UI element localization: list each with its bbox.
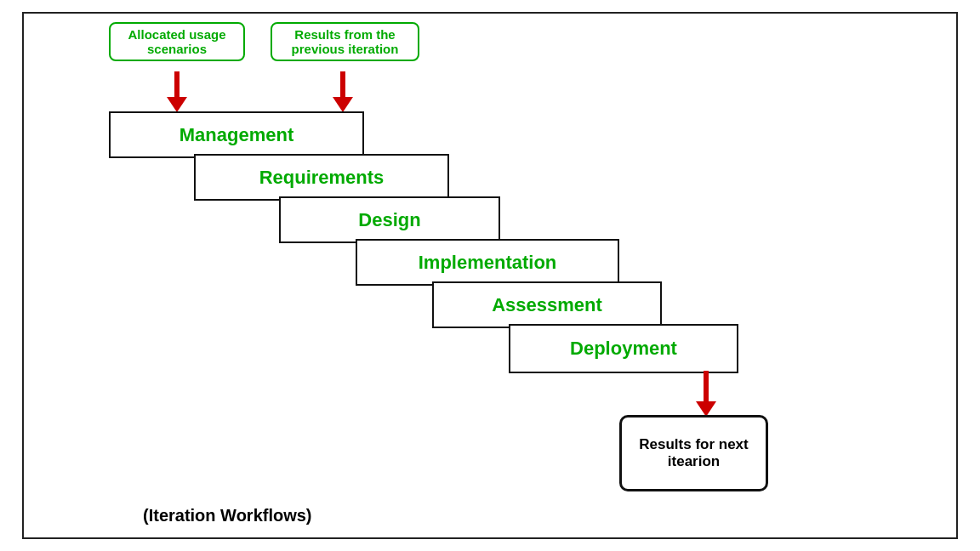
result-next-label: Results for next itearion — [629, 436, 759, 470]
step-management: Management — [109, 111, 364, 158]
allocated-label: Allocated usage scenarios — [109, 22, 245, 61]
step-design-label: Design — [358, 209, 420, 231]
result-next-box: Results for next itearion — [619, 415, 768, 491]
step-requirements: Requirements — [194, 154, 449, 201]
arrow-allocated — [167, 71, 187, 112]
step-implementation: Implementation — [356, 239, 619, 286]
step-deployment: Deployment — [509, 324, 738, 373]
step-requirements-label: Requirements — [259, 167, 385, 189]
step-assessment: Assessment — [432, 281, 662, 328]
diagram-title: (Iteration Workflows) — [143, 506, 312, 525]
previous-label: Results from the previous iteration — [271, 22, 419, 61]
main-diagram: Allocated usage scenarios Results from t… — [22, 12, 958, 539]
step-implementation-label: Implementation — [419, 252, 557, 274]
step-management-label: Management — [179, 124, 293, 146]
step-design: Design — [279, 196, 500, 243]
step-assessment-label: Assessment — [492, 294, 602, 316]
step-deployment-label: Deployment — [570, 338, 677, 360]
arrow-previous — [333, 71, 353, 112]
arrow-deployment — [696, 371, 716, 417]
